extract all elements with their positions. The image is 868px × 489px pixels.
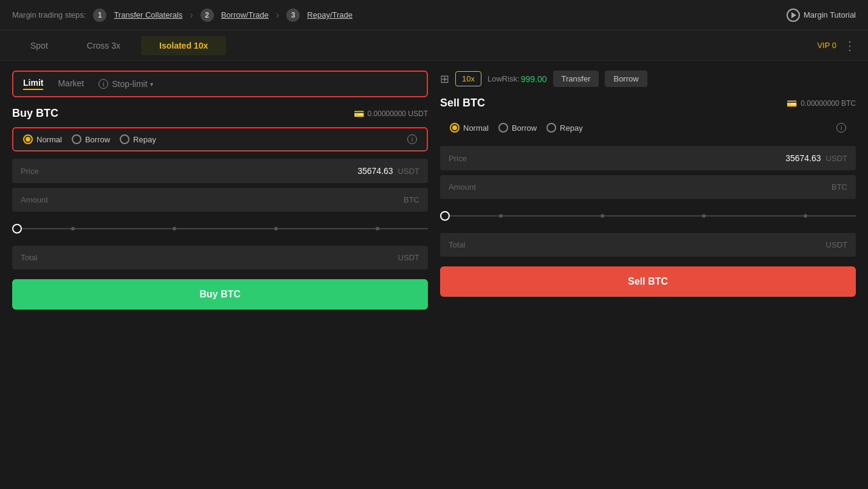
sell-tick-4 (804, 214, 807, 218)
sell-repay-radio-outer (546, 123, 556, 133)
sell-total-currency: USDT (826, 240, 847, 249)
step3-number: 3 (286, 9, 300, 22)
margin-tutorial-button[interactable]: Margin Tutorial (787, 9, 856, 22)
sell-mode-normal[interactable]: Normal (450, 123, 489, 133)
leverage-badge[interactable]: 10x (455, 71, 481, 86)
tab-cross[interactable]: Cross 3x (69, 36, 139, 55)
buy-amount-right: BTC (399, 195, 419, 204)
sell-tick-3 (702, 214, 706, 218)
buy-mode-normal[interactable]: Normal (23, 134, 62, 144)
order-type-selector: Limit Market i Stop-limit ▾ (12, 71, 428, 97)
buy-mode-borrow[interactable]: Borrow (72, 134, 110, 144)
buy-tick-1 (71, 227, 75, 231)
buy-tick-2 (173, 227, 176, 231)
order-type-market[interactable]: Market (58, 78, 84, 89)
sell-panel-header: Sell BTC 💳 0.00000000 BTC (440, 97, 856, 109)
sell-repay-label: Repay (560, 123, 583, 133)
buy-tick-4 (376, 227, 379, 231)
margin-steps-label: Margin trading steps: (12, 10, 86, 19)
step1-number: 1 (93, 9, 106, 22)
buy-total-right: USDT (393, 253, 419, 262)
sell-btc-button[interactable]: Sell BTC (440, 266, 856, 297)
buy-tick-3 (274, 227, 278, 231)
buy-borrow-label: Borrow (85, 135, 110, 144)
buy-price-label: Price (21, 167, 39, 176)
buy-repay-radio-outer (120, 134, 129, 144)
vip-label: VIP 0 (817, 41, 836, 50)
buy-price-currency: USDT (398, 167, 419, 176)
sell-price-right: 35674.63 USDT (785, 153, 847, 163)
buy-slider-handle[interactable] (12, 224, 22, 234)
sell-slider-wrapper[interactable] (440, 210, 856, 222)
step2-number: 2 (201, 9, 214, 22)
buy-amount-field[interactable]: Amount BTC (12, 188, 428, 212)
sell-order-mode-selector: Normal Borrow Repay i (440, 117, 856, 139)
tab-isolated[interactable]: Isolated 10x (141, 36, 226, 55)
order-type-stop-limit[interactable]: i Stop-limit ▾ (98, 79, 153, 89)
order-type-limit[interactable]: Limit (23, 78, 43, 90)
tab-spot[interactable]: Spot (12, 36, 66, 55)
low-risk-value: 999.00 (521, 74, 547, 84)
buy-borrow-radio-outer (72, 134, 81, 144)
isolated-label: Isolated (159, 41, 191, 50)
sell-amount-label: Amount (449, 182, 476, 192)
sell-balance-display: 💳 0.00000000 BTC (787, 99, 856, 108)
low-risk-label: LowRisk: (487, 74, 520, 83)
buy-price-field[interactable]: Price 35674.63 USDT (12, 159, 428, 183)
buy-mode-info-icon: i (407, 134, 417, 144)
play-icon (787, 9, 800, 22)
buy-slider-wrapper[interactable] (12, 223, 428, 235)
sell-borrow-radio-outer (498, 123, 508, 133)
buy-panel-title: Buy BTC (12, 107, 58, 120)
sell-panel: ⊞ 10x LowRisk: 999.00 Transfer Borrow Se… (440, 71, 856, 310)
sell-mode-info-button[interactable]: i (836, 123, 846, 133)
vip-section: VIP 0 ⋮ (817, 40, 856, 52)
sell-mode-borrow[interactable]: Borrow (498, 123, 537, 133)
buy-total-field[interactable]: Total USDT (12, 246, 428, 269)
sell-normal-label: Normal (463, 123, 489, 133)
buy-amount-label: Amount (21, 195, 48, 204)
buy-btc-button[interactable]: Buy BTC (12, 279, 428, 310)
wallet-icon: 💳 (354, 109, 364, 119)
sell-total-label: Total (449, 240, 465, 249)
stop-limit-info-icon: i (98, 79, 108, 89)
sell-wallet-icon: 💳 (787, 99, 797, 108)
sell-total-field[interactable]: Total USDT (440, 233, 856, 257)
buy-balance-value: 0.00000000 USDT (368, 109, 428, 118)
sell-price-field[interactable]: Price 35674.63 USDT (440, 146, 856, 170)
isolated-leverage: 10x (194, 41, 208, 50)
buy-panel-header: Buy BTC 💳 0.00000000 USDT (12, 107, 428, 120)
sell-balance-value: 0.00000000 BTC (801, 99, 856, 108)
step3-link[interactable]: Repay/Trade (307, 10, 353, 19)
borrow-button[interactable]: Borrow (605, 71, 647, 87)
sell-slider-track (450, 215, 856, 217)
sell-price-value: 35674.63 (785, 153, 821, 163)
buy-price-value: 35674.63 (357, 166, 393, 176)
calculator-icon[interactable]: ⊞ (440, 72, 449, 86)
transfer-button[interactable]: Transfer (553, 71, 599, 87)
buy-slider-row (12, 217, 428, 241)
stop-limit-label: Stop-limit ▾ (112, 79, 153, 89)
tab-bar: Spot Cross 3x Isolated 10x VIP 0 ⋮ (0, 30, 868, 61)
main-content: Limit Market i Stop-limit ▾ Buy BTC 💳 0.… (0, 61, 868, 319)
buy-balance-display: 💳 0.00000000 USDT (354, 109, 428, 119)
sell-price-label: Price (449, 154, 467, 163)
more-options-icon[interactable]: ⋮ (844, 40, 856, 52)
buy-mode-info-button[interactable]: i (407, 134, 417, 144)
buy-mode-repay[interactable]: Repay (120, 134, 156, 144)
buy-normal-radio-outer (23, 134, 33, 144)
sell-radio-group: Normal Borrow Repay (450, 123, 583, 133)
sell-slider-handle[interactable] (440, 211, 450, 221)
sell-mode-repay[interactable]: Repay (546, 123, 583, 133)
step1-link[interactable]: Transfer Collaterals (114, 10, 182, 19)
sell-tick-2 (601, 214, 604, 218)
sell-panel-title: Sell BTC (440, 97, 485, 109)
buy-amount-currency: BTC (404, 195, 419, 204)
step2-arrow: › (276, 10, 279, 21)
buy-normal-radio-inner (26, 137, 30, 142)
step1-arrow: › (190, 10, 193, 21)
buy-panel: Limit Market i Stop-limit ▾ Buy BTC 💳 0.… (12, 71, 428, 310)
step2-link[interactable]: Borrow/Trade (221, 10, 269, 19)
sell-amount-field[interactable]: Amount BTC (440, 175, 856, 199)
sell-mode-info-icon: i (836, 123, 846, 133)
